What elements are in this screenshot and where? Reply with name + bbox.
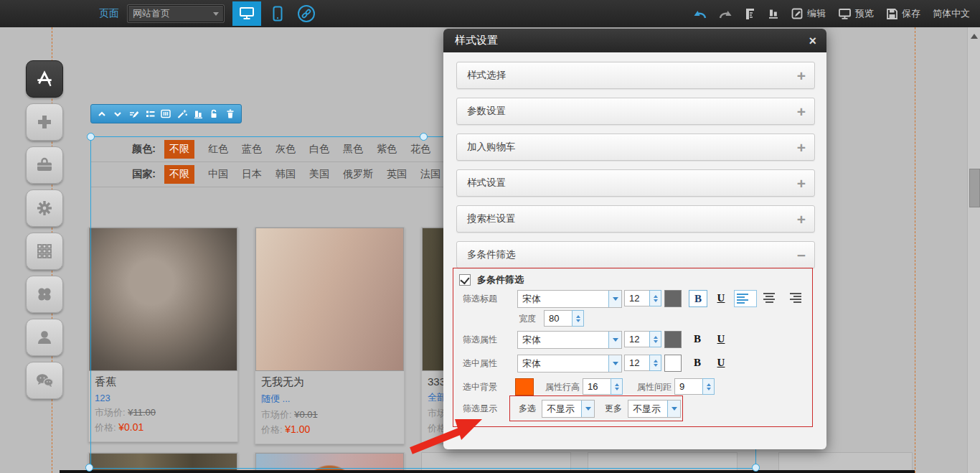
minus-icon[interactable]: − <box>797 248 806 263</box>
stepper-arrows-icon[interactable] <box>649 331 661 347</box>
bold-button[interactable]: B <box>689 290 707 307</box>
undo-button[interactable] <box>693 9 707 19</box>
list-settings-button[interactable] <box>143 107 156 121</box>
delete-button[interactable] <box>224 107 237 121</box>
group-label: 多条件筛选 <box>477 273 524 286</box>
line-height-input[interactable] <box>583 378 611 395</box>
section-style-select[interactable]: 样式选择 + <box>456 62 815 89</box>
checkbox-checked[interactable] <box>459 274 471 286</box>
redo-button[interactable] <box>719 9 732 19</box>
sidebar-item-wechat[interactable] <box>26 362 63 399</box>
edit-content-button[interactable] <box>128 107 141 121</box>
plus-icon[interactable]: + <box>797 212 806 227</box>
ruler-icon <box>745 8 755 20</box>
row-label: 多选 <box>519 403 536 415</box>
bold-button[interactable]: B <box>689 331 706 347</box>
sidebar-item-toolbox[interactable] <box>26 146 63 184</box>
sidebar-item-member[interactable] <box>26 319 63 356</box>
plus-icon[interactable]: + <box>797 140 806 155</box>
panel-header[interactable]: 样式设置 × <box>443 29 826 52</box>
plus-icon[interactable]: + <box>797 176 806 191</box>
font-size-stepper[interactable] <box>624 331 661 347</box>
sidebar-item-add-module[interactable] <box>26 103 63 141</box>
multi-filter-enable-row: 多条件筛选 <box>459 271 524 289</box>
align-center-button[interactable] <box>758 290 780 306</box>
language-switch[interactable]: 简体中文 <box>933 7 970 20</box>
stats-button[interactable] <box>768 8 779 19</box>
row-label: 筛选显示 <box>463 403 497 415</box>
stepper-arrows-icon[interactable] <box>702 378 715 395</box>
guide-line-right <box>915 27 915 473</box>
section-style-settings[interactable]: 样式设置 + <box>456 169 815 197</box>
underline-button[interactable]: U <box>712 355 730 370</box>
font-size-stepper[interactable] <box>624 355 661 371</box>
spacing-input[interactable] <box>674 378 702 395</box>
underline-button[interactable]: U <box>712 290 730 306</box>
scroll-up-icon[interactable] <box>971 30 978 39</box>
row-label: 选中背景 <box>463 381 497 393</box>
plus-icon <box>35 113 54 131</box>
font-size-input[interactable] <box>624 290 649 306</box>
row-label: 选中属性 <box>463 357 497 370</box>
ruler-button[interactable] <box>745 8 755 20</box>
preview-button[interactable]: 预览 <box>838 7 874 20</box>
background-color-swatch[interactable] <box>515 378 534 395</box>
selection-handle-top-center[interactable] <box>420 133 428 141</box>
canvas-scrollbar[interactable] <box>967 27 980 473</box>
save-label: 保存 <box>902 7 920 20</box>
row-label: 宽度 <box>519 313 536 325</box>
selection-handle-top-left[interactable] <box>87 133 95 141</box>
font-color-swatch[interactable] <box>664 355 682 372</box>
page-select[interactable]: 网站首页 <box>128 5 224 22</box>
selection-handle-bottom-left[interactable] <box>85 464 93 472</box>
move-up-button[interactable] <box>95 107 108 121</box>
sidebar-item-settings[interactable] <box>26 189 63 227</box>
section-multi-filter[interactable]: 多条件筛选 − <box>456 241 815 268</box>
font-family-select[interactable]: 宋体 <box>517 355 622 373</box>
close-icon[interactable]: × <box>809 34 816 47</box>
more-display-select[interactable]: 不显示 <box>628 400 681 418</box>
save-button[interactable]: 保存 <box>886 7 920 20</box>
section-parameters[interactable]: 参数设置 + <box>456 98 815 125</box>
stepper-arrows-icon[interactable] <box>611 378 623 395</box>
tune-sliders-button[interactable] <box>159 107 172 121</box>
mobile-icon <box>273 6 283 22</box>
link-button[interactable] <box>294 1 319 26</box>
plus-icon[interactable]: + <box>797 68 806 83</box>
stepper-arrows-icon[interactable] <box>649 290 661 306</box>
stepper-arrows-icon[interactable] <box>572 310 584 327</box>
section-add-to-cart[interactable]: 加入购物车 + <box>456 134 815 161</box>
font-color-swatch[interactable] <box>664 290 682 307</box>
mobile-view-button[interactable] <box>270 1 286 26</box>
width-stepper[interactable] <box>544 310 584 327</box>
edit-button[interactable]: 编辑 <box>791 7 826 20</box>
stats-chart-button[interactable] <box>192 107 204 121</box>
multi-select-display-select[interactable]: 不显示 <box>542 400 595 418</box>
width-input[interactable] <box>544 310 572 327</box>
font-family-select[interactable]: 宋体 <box>517 290 622 308</box>
sidebar-item-design-tools[interactable] <box>26 60 63 98</box>
desktop-view-button[interactable] <box>232 1 261 26</box>
spacing-stepper[interactable] <box>674 378 715 395</box>
magic-wand-button[interactable] <box>176 107 189 121</box>
stepper-arrows-icon[interactable] <box>649 355 661 371</box>
section-search-bar[interactable]: 搜索栏设置 + <box>456 205 815 233</box>
plus-icon[interactable]: + <box>797 104 806 119</box>
bold-button[interactable]: B <box>689 355 706 370</box>
align-right-button[interactable] <box>782 290 804 306</box>
toolbox-icon <box>35 156 54 174</box>
line-height-stepper[interactable] <box>583 378 623 395</box>
selection-handle-bottom-right[interactable] <box>752 464 760 472</box>
font-size-input[interactable] <box>624 331 649 347</box>
font-size-input[interactable] <box>624 355 649 371</box>
sidebar-item-components[interactable] <box>26 276 63 313</box>
move-down-button[interactable] <box>111 107 124 121</box>
font-color-swatch[interactable] <box>664 331 682 348</box>
underline-button[interactable]: U <box>712 331 730 347</box>
font-size-stepper[interactable] <box>624 290 661 306</box>
scrollbar-thumb[interactable] <box>969 169 980 207</box>
lock-button[interactable] <box>207 107 220 121</box>
sidebar-item-modules-grid[interactable] <box>26 233 63 270</box>
font-family-select[interactable]: 宋体 <box>517 331 622 349</box>
align-left-button[interactable] <box>734 290 757 307</box>
